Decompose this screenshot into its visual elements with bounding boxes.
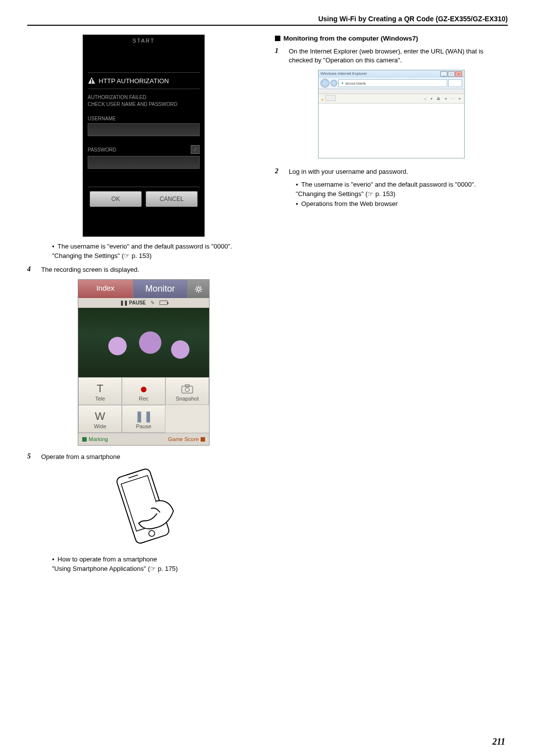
tab-monitor[interactable]: Monitor bbox=[133, 280, 188, 298]
warning-icon bbox=[88, 77, 96, 85]
step-r2-text: Log in with your username and password. bbox=[289, 167, 508, 176]
auth-fail-line2: CHECK USER NAME AND PASSWORD bbox=[88, 101, 200, 108]
ie-menubar bbox=[319, 89, 464, 94]
svg-rect-13 bbox=[185, 385, 189, 387]
monitor-app-screenshot: Index Monitor ❚❚ PAUSE ✎ T Tele ● Re bbox=[78, 279, 210, 446]
favorites-icon[interactable]: ★ bbox=[321, 98, 324, 102]
smartphone-illustration bbox=[104, 466, 183, 551]
back-button[interactable] bbox=[321, 79, 329, 88]
r2-web-browser-ops: Operations from the Web browser bbox=[296, 199, 508, 209]
battery-icon bbox=[160, 301, 167, 305]
svg-line-7 bbox=[196, 286, 197, 287]
tele-button[interactable]: T Tele bbox=[78, 377, 122, 405]
ie-window-title: Windows Internet Explorer bbox=[321, 71, 367, 77]
address-bar[interactable]: ✦ about:blank bbox=[338, 79, 447, 87]
snapshot-button[interactable]: Snapshot bbox=[165, 377, 209, 405]
page-section-header: Using Wi-Fi by Creating a QR Code (GZ-EX… bbox=[27, 15, 508, 23]
svg-line-9 bbox=[196, 291, 197, 292]
note-how-to-operate: How to operate from a smartphone bbox=[52, 555, 260, 563]
pause-button[interactable]: ❚❚ Pause bbox=[122, 405, 165, 433]
tab-index[interactable]: Index bbox=[78, 280, 133, 298]
note-default-credentials: The username is "everio" and the default… bbox=[52, 243, 260, 250]
start-label: START bbox=[83, 35, 205, 47]
auth-dialog-title: HTTP AUTHORIZATION bbox=[88, 72, 200, 89]
username-input[interactable] bbox=[88, 123, 200, 136]
password-label: PASSWORD bbox=[88, 147, 116, 152]
step-number-5: 5 bbox=[27, 453, 36, 461]
wide-button[interactable]: W Wide bbox=[78, 405, 122, 433]
forward-button[interactable] bbox=[330, 80, 337, 87]
svg-rect-0 bbox=[91, 79, 92, 82]
rec-button[interactable]: ● Rec bbox=[122, 377, 165, 405]
cancel-button[interactable]: CANCEL bbox=[146, 191, 198, 207]
step-number-4: 4 bbox=[27, 265, 36, 274]
auth-fail-line1: AUTHORIZATION FAILED bbox=[88, 94, 200, 101]
svg-rect-11 bbox=[182, 386, 193, 393]
gear-icon bbox=[194, 285, 203, 294]
header-rule bbox=[27, 25, 508, 26]
tab-settings-gear[interactable] bbox=[187, 280, 209, 298]
svg-point-12 bbox=[185, 388, 189, 392]
step-r1-text: On the Internet Explorer (web browser), … bbox=[289, 47, 508, 65]
r2-credentials-note: The username is "everio" and the default… bbox=[296, 180, 508, 190]
subheading-monitoring-computer: Monitoring from the computer (Windows7) bbox=[275, 35, 508, 42]
window-buttons[interactable]: _□× bbox=[440, 71, 462, 77]
camera-icon bbox=[181, 383, 194, 394]
svg-line-10 bbox=[200, 286, 201, 287]
svg-point-2 bbox=[197, 288, 200, 291]
marking-button[interactable]: Marking bbox=[82, 436, 108, 442]
empty-cell bbox=[165, 405, 209, 433]
game-score-button[interactable]: Game Score bbox=[168, 436, 205, 442]
step-number-r2: 2 bbox=[275, 167, 284, 208]
ie-toolbar-icons[interactable]: ⌂ ▾ 🖶 ▾ ⋯ ▾ bbox=[424, 97, 462, 101]
username-label: USERNAME bbox=[88, 116, 200, 121]
svg-line-8 bbox=[200, 291, 201, 292]
password-input[interactable] bbox=[88, 156, 200, 169]
live-preview-area bbox=[78, 308, 209, 377]
status-pause-label: ❚❚ PAUSE bbox=[120, 300, 146, 305]
ie-browser-screenshot: Windows Internet Explorer _□× ✦ about:bl… bbox=[318, 70, 465, 158]
page-number: 211 bbox=[492, 737, 505, 747]
ie-content-area bbox=[319, 103, 464, 158]
link-changing-settings: "Changing the Settings" (☞ p. 153) bbox=[52, 252, 260, 259]
link-smartphone-apps: "Using Smartphone Applications" (☞ p. 17… bbox=[52, 565, 260, 572]
ok-button[interactable]: OK bbox=[90, 191, 142, 207]
http-auth-screenshot: START HTTP AUTHORIZATION AUTHORIZATION F… bbox=[83, 35, 205, 237]
r2-link-settings: "Changing the Settings" (☞ p. 153) bbox=[296, 189, 508, 199]
step-4-text: The recording screen is displayed. bbox=[41, 265, 260, 274]
svg-rect-1 bbox=[91, 82, 92, 83]
search-box[interactable] bbox=[448, 79, 462, 87]
step-5-text: Operate from a smartphone bbox=[41, 453, 260, 461]
show-password-checkbox[interactable]: ✓ bbox=[191, 145, 200, 154]
step-number-r1: 1 bbox=[275, 47, 284, 65]
